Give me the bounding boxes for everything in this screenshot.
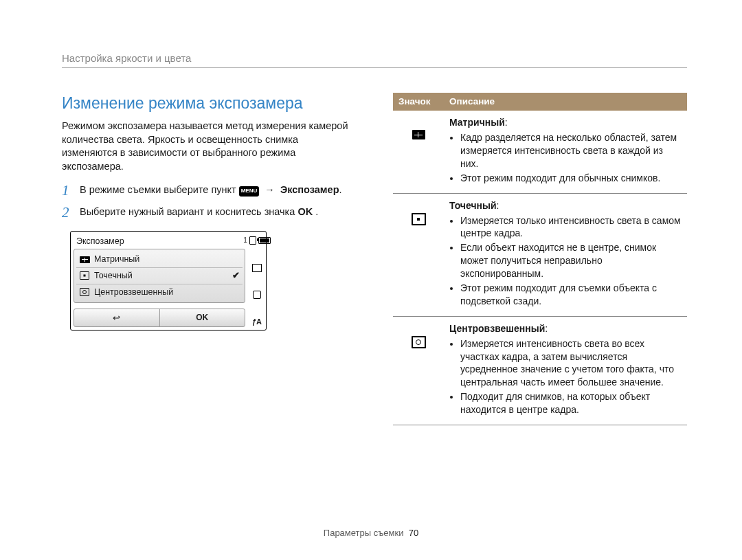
section-title: Изменение режима экспозамера: [62, 93, 356, 114]
ok-button[interactable]: OK: [159, 309, 245, 327]
multi-bullet-2: Этот режим подходит для обычных снимков.: [460, 172, 682, 185]
spot-bullet-3: Этот режим подходит для съемки объекта с…: [460, 282, 682, 308]
lcd-option-multi-label: Матричный: [94, 254, 139, 265]
multi-name: Матричный: [449, 117, 505, 128]
step-2: 2 Выберите нужный вариант и коснитесь зн…: [62, 205, 356, 220]
intro-paragraph: Режимом экспозамера называется метод изм…: [62, 120, 356, 173]
multi-icon: [412, 130, 425, 139]
center-bullet-1: Измеряется интенсивность света во всех у…: [460, 337, 682, 390]
lcd-bottom-bar: ↩ OK: [74, 309, 245, 328]
steps-list: 1 В режиме съемки выберите пункт MENU → …: [62, 183, 356, 220]
center-icon: [79, 288, 90, 296]
step-2-body: Выберите нужный вариант и коснитесь знач…: [80, 205, 318, 220]
step-2-post: .: [313, 206, 318, 217]
step-1-body: В режиме съемки выберите пункт MENU → Эк…: [80, 183, 342, 198]
lcd-option-center[interactable]: Центровзвешенный: [76, 284, 243, 300]
center-name: Центровзвешенный: [449, 323, 545, 334]
lcd-menu-pane: Экспозамер Матричный Точечный ✔: [72, 233, 245, 328]
lcd-top-row: 1: [243, 236, 271, 245]
step-number: 1: [62, 183, 73, 198]
table-row-spot: Точечный: Измеряется только интенсивност…: [393, 193, 687, 316]
step-1-post: .: [339, 184, 342, 195]
center-icon: [412, 336, 426, 348]
lcd-count: 1: [243, 236, 247, 245]
aspect-icon: [252, 264, 262, 272]
spot-icon: [412, 213, 426, 225]
lcd-option-multi[interactable]: Матричный: [76, 251, 243, 267]
spot-name: Точечный: [449, 200, 497, 211]
metering-table: Значок Описание Матричный: Кадр разделяе…: [393, 93, 687, 425]
sd-card-icon: [249, 236, 256, 245]
flash-icon: ƒA: [252, 317, 262, 327]
lcd-option-spot[interactable]: Точечный ✔: [76, 267, 243, 284]
multi-bullet-1: Кадр разделяется на несколько областей, …: [460, 131, 682, 170]
center-bullet-2: Подходит для снимков, на которых объект …: [460, 390, 682, 416]
back-button[interactable]: ↩: [74, 309, 159, 327]
multi-icon: [79, 256, 90, 264]
back-arrow-icon: ↩: [113, 313, 120, 323]
spot-icon: [79, 271, 90, 280]
header-rule: [62, 67, 687, 68]
step-2-text-pre: Выберите нужный вариант и коснитесь знач…: [80, 206, 297, 217]
step-1: 1 В режиме съемки выберите пункт MENU → …: [62, 183, 356, 198]
table-header-icon: Значок: [393, 93, 444, 111]
camera-lcd-mock: Экспозамер Матричный Точечный ✔: [70, 231, 267, 331]
right-column: Значок Описание Матричный: Кадр разделяе…: [393, 93, 687, 425]
step-number: 2: [62, 205, 73, 220]
step-1-target: Экспозамер: [280, 184, 339, 195]
table-row-multi: Матричный: Кадр разделяется на несколько…: [393, 111, 687, 193]
page: Настройка яркости и цвета Изменение режи…: [0, 0, 742, 560]
page-number: 70: [409, 528, 418, 538]
ok-icon: OK: [297, 206, 313, 217]
footer-label: Параметры съемки: [324, 528, 404, 538]
lcd-side-icons: 1 ƒA: [249, 233, 265, 328]
spot-bullet-2: Если объект находится не в центре, снимо…: [460, 241, 682, 280]
lcd-option-group: Матричный Точечный ✔ Центровзвешенный: [74, 249, 245, 303]
spot-bullet-1: Измеряется только интенсивность света в …: [460, 214, 682, 240]
lcd-option-spot-label: Точечный: [94, 270, 133, 282]
lcd-option-center-label: Центровзвешенный: [94, 287, 173, 298]
left-column: Изменение режима экспозамера Режимом экс…: [62, 93, 356, 425]
mode-icon: [253, 291, 261, 299]
content-columns: Изменение режима экспозамера Режимом экс…: [62, 93, 687, 425]
ok-button-label: OK: [196, 313, 208, 322]
arrow-icon: →: [262, 184, 278, 195]
step-1-text-pre: В режиме съемки выберите пункт: [80, 184, 239, 195]
lcd-title: Экспозамер: [76, 236, 245, 247]
table-header-desc: Описание: [444, 93, 687, 111]
menu-icon: MENU: [239, 186, 260, 197]
page-footer: Параметры съемки 70: [0, 527, 742, 539]
table-row-center: Центровзвешенный: Измеряется интенсивнос…: [393, 316, 687, 425]
checkmark-icon: ✔: [232, 270, 240, 282]
battery-icon: [258, 237, 271, 244]
breadcrumb: Настройка яркости и цвета: [62, 52, 191, 65]
lcd-inner: Экспозамер Матричный Точечный ✔: [72, 233, 265, 328]
